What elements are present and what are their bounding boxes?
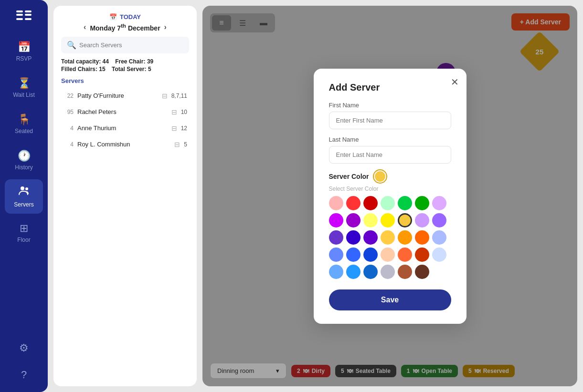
sidebar-item-label: Servers (14, 201, 33, 208)
color-swatch[interactable] (381, 248, 395, 262)
server-tables: 10 (181, 109, 187, 115)
table-icon: ⊟ (171, 124, 177, 132)
table-icon: ⊟ (162, 92, 168, 100)
color-swatch[interactable] (329, 196, 343, 210)
last-name-label: Last Name (329, 136, 451, 143)
color-swatch[interactable] (329, 230, 343, 245)
color-swatch[interactable] (432, 196, 446, 210)
sidebar-item-floor[interactable]: ⊞ Floor (5, 216, 43, 250)
color-swatch[interactable] (432, 230, 446, 245)
color-swatch[interactable] (398, 196, 412, 210)
svg-rect-0 (16, 10, 23, 12)
save-button[interactable]: Save (329, 289, 451, 310)
settings-button[interactable]: ⚙ (5, 337, 43, 360)
svg-rect-3 (25, 14, 32, 16)
server-row[interactable]: 4 Roy L. Commishun ⊟ 5 (61, 138, 189, 151)
server-num: 4 (63, 141, 74, 148)
server-name: Patty O'Furniture (77, 92, 158, 99)
svg-point-7 (25, 187, 28, 190)
sidebar-bottom: ⚙ ? (5, 337, 43, 386)
color-swatch[interactable] (381, 196, 395, 210)
search-icon: 🔍 (67, 41, 76, 50)
color-swatch[interactable] (381, 265, 395, 279)
select-color-hint: Select Server Color (329, 186, 451, 192)
server-row[interactable]: 22 Patty O'Furniture ⊟ 8,7,11 (61, 89, 189, 103)
color-swatch[interactable] (415, 265, 429, 279)
server-num: 4 (63, 125, 74, 132)
prev-date-button[interactable]: ‹ (84, 23, 86, 31)
seated-icon: 🪑 (18, 113, 31, 126)
color-swatch[interactable] (415, 248, 429, 262)
server-row[interactable]: 4 Anne Thurium ⊟ 12 (61, 122, 189, 135)
modal-close-button[interactable]: ✕ (451, 76, 459, 88)
help-button[interactable]: ? (5, 363, 43, 386)
server-name: Anne Thurium (77, 124, 168, 132)
color-swatch[interactable] (432, 213, 446, 227)
color-swatch[interactable] (398, 265, 412, 279)
color-swatch[interactable] (432, 248, 446, 262)
color-swatch[interactable] (363, 248, 378, 262)
color-swatch[interactable] (329, 248, 343, 262)
color-swatch[interactable] (363, 213, 378, 227)
sidebar-item-rsvp[interactable]: 📅 RSVP (5, 34, 43, 69)
server-name: Rachel Peters (77, 108, 168, 115)
table-icon: ⊟ (171, 108, 177, 116)
add-server-modal: Add Server ✕ First Name Last Name Server… (314, 69, 466, 324)
first-name-input[interactable] (329, 112, 451, 129)
svg-rect-2 (25, 10, 32, 12)
sidebar-item-seated[interactable]: 🪑 Seated (5, 107, 43, 141)
today-label: 📅 TODAY (109, 13, 141, 21)
selected-color-swatch[interactable] (374, 170, 386, 183)
sidebar-logo (12, 6, 35, 29)
sidebar-item-label: Wait List (13, 92, 35, 98)
rsvp-icon: 📅 (18, 41, 31, 53)
color-swatch[interactable] (363, 196, 378, 210)
date-nav: 📅 TODAY ‹ Monday 7th December › (61, 13, 189, 32)
next-date-button[interactable]: › (164, 23, 167, 31)
current-date: Monday 7th December (90, 22, 160, 32)
table-icon: ⊟ (174, 141, 180, 148)
color-swatch[interactable] (329, 265, 343, 279)
sidebar-item-label: RSVP (16, 55, 32, 62)
sidebar-item-waitlist[interactable]: ⏳ Wait List (5, 71, 43, 105)
color-swatch[interactable] (346, 230, 360, 245)
servers-icon (18, 185, 30, 199)
color-swatch[interactable] (363, 265, 378, 279)
server-name: Roy L. Commishun (77, 141, 170, 148)
color-swatch[interactable] (398, 213, 412, 227)
date-row: ‹ Monday 7th December › (84, 22, 167, 32)
color-swatch[interactable] (346, 248, 360, 262)
color-swatch[interactable] (346, 213, 360, 227)
svg-rect-1 (16, 14, 23, 16)
last-name-input[interactable] (329, 146, 451, 164)
svg-rect-5 (25, 18, 32, 20)
server-color-label: Server Color (329, 173, 369, 180)
sidebar-item-label: Seated (15, 128, 33, 134)
color-swatch[interactable] (381, 230, 395, 245)
color-swatch[interactable] (329, 213, 343, 227)
color-grid (329, 196, 451, 279)
server-num: 95 (63, 109, 74, 115)
server-list: 22 Patty O'Furniture ⊟ 8,7,11 95 Rachel … (61, 89, 189, 151)
search-box: 🔍 (61, 37, 189, 53)
server-row[interactable]: 95 Rachel Peters ⊟ 10 (61, 105, 189, 119)
server-tables: 8,7,11 (171, 93, 187, 99)
color-swatch[interactable] (415, 196, 429, 210)
modal-overlay: Add Server ✕ First Name Last Name Server… (202, 6, 577, 386)
main: 📅 TODAY ‹ Monday 7th December › 🔍 Total … (48, 0, 583, 392)
color-swatch[interactable] (363, 230, 378, 245)
color-swatch[interactable] (346, 196, 360, 210)
color-swatch[interactable] (398, 248, 412, 262)
color-swatch[interactable] (346, 265, 360, 279)
left-panel: 📅 TODAY ‹ Monday 7th December › 🔍 Total … (53, 6, 197, 386)
history-icon: 🕐 (18, 150, 31, 162)
sidebar-item-servers[interactable]: Servers (5, 179, 43, 214)
waitlist-icon: ⏳ (18, 77, 31, 90)
sidebar-item-history[interactable]: 🕐 History (5, 143, 43, 177)
sidebar-item-label: Floor (17, 237, 30, 243)
color-swatch[interactable] (415, 230, 429, 245)
color-swatch[interactable] (381, 213, 395, 227)
color-swatch[interactable] (415, 213, 429, 227)
search-input[interactable] (79, 41, 183, 49)
color-swatch[interactable] (398, 230, 412, 245)
